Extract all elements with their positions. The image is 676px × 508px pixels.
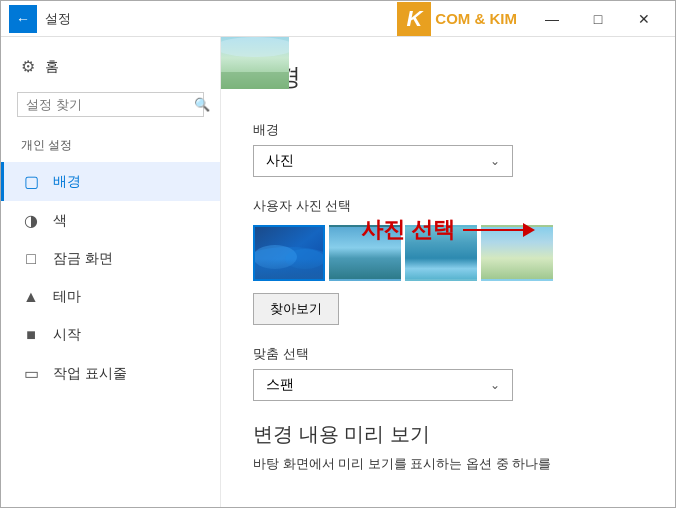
fit-dropdown-value: 스팬 [266,376,294,394]
theme-icon: ▲ [21,288,41,306]
sidebar-section-label: 개인 설정 [1,133,220,162]
search-input[interactable] [26,97,194,112]
photos-section-label: 사용자 사진 선택 [253,197,643,215]
maximize-button[interactable]: □ [575,1,621,37]
title-bar-left: ← 설정 [9,5,71,33]
browse-button[interactable]: 찾아보기 [253,293,339,325]
sidebar-lock-label: 잠금 화면 [53,250,113,268]
sidebar-item-theme[interactable]: ▲ 테마 [1,278,220,316]
thumbnail-2[interactable] [329,225,401,281]
close-button[interactable]: ✕ [621,1,667,37]
taskbar-icon: ▭ [21,364,41,383]
sidebar-item-color[interactable]: ◑ 색 [1,201,220,240]
logo-k-icon: K [397,2,431,36]
chevron-down-icon: ⌄ [490,154,500,168]
thumbnail-4[interactable] [481,225,553,281]
back-button[interactable]: ← [9,5,37,33]
background-field-label: 배경 [253,121,643,139]
sidebar-item-background[interactable]: ▢ 배경 [1,162,220,201]
sidebar-color-label: 색 [53,212,67,230]
sidebar-theme-label: 테마 [53,288,81,306]
sidebar-item-lock-screen[interactable]: □ 잠금 화면 [1,240,220,278]
thumbnail-1[interactable] [253,225,325,281]
sidebar: ⚙ 홈 🔍 개인 설정 ▢ 배경 ◑ 색 □ 잠금 화면 ▲ 테마 [1,37,221,507]
preview-description: 바탕 화면에서 미리 보기를 표시하는 옵션 중 하나를 [253,454,643,474]
search-icon: 🔍 [194,97,210,112]
lock-icon: □ [21,250,41,268]
logo-text: COM & KIM [435,10,517,27]
start-icon: ■ [21,326,41,344]
sidebar-background-label: 배경 [53,173,81,191]
sidebar-taskbar-label: 작업 표시줄 [53,365,127,383]
window-title: 설정 [45,10,71,28]
svg-point-12 [221,37,289,57]
sidebar-item-start[interactable]: ■ 시작 [1,316,220,354]
sidebar-start-label: 시작 [53,326,81,344]
sidebar-home-item[interactable]: ⚙ 홈 [1,49,220,84]
right-panel: 사진 선택 배경 배경 사진 ⌄ 사용자 사진 선택 [221,37,675,507]
preview-title: 변경 내용 미리 보기 [253,421,643,448]
search-box[interactable]: 🔍 [17,92,204,117]
settings-window: ← 설정 K COM & KIM — □ ✕ ⚙ 홈 🔍 [0,0,676,508]
title-bar-right: K COM & KIM — □ ✕ [397,1,667,37]
svg-rect-13 [221,72,289,89]
sidebar-home-label: 홈 [45,58,59,76]
main-content: ⚙ 홈 🔍 개인 설정 ▢ 배경 ◑ 색 □ 잠금 화면 ▲ 테마 [1,37,675,507]
background-icon: ▢ [21,172,41,191]
fit-field-label: 맞춤 선택 [253,345,643,363]
photo-thumbnails [253,225,643,281]
minimize-button[interactable]: — [529,1,575,37]
fit-dropdown[interactable]: 스팬 ⌄ [253,369,513,401]
gear-icon: ⚙ [21,57,35,76]
logo-area: K COM & KIM [397,2,517,36]
thumbnail-3[interactable] [405,225,477,281]
page-title: 배경 [253,61,643,93]
color-icon: ◑ [21,211,41,230]
background-dropdown-value: 사진 [266,152,294,170]
background-dropdown[interactable]: 사진 ⌄ [253,145,513,177]
title-bar: ← 설정 K COM & KIM — □ ✕ [1,1,675,37]
fit-chevron-down-icon: ⌄ [490,378,500,392]
sidebar-item-taskbar[interactable]: ▭ 작업 표시줄 [1,354,220,393]
